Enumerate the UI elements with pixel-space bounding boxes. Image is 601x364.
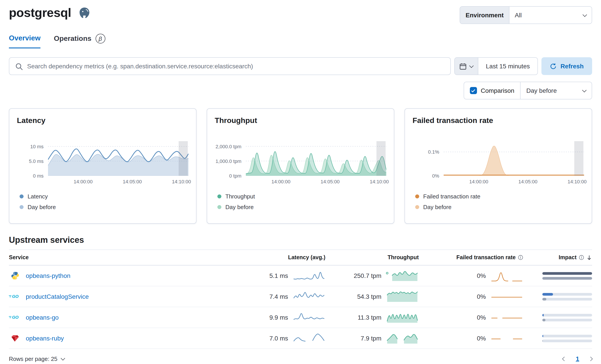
latency-sparkline: [292, 311, 325, 324]
legend-dot: [415, 194, 419, 198]
table-row-productcatalogservice: GO productCatalogService 7.4 ms 54.3 tpm…: [9, 286, 592, 307]
service-link[interactable]: opbeans-go: [26, 314, 59, 321]
y-axis-tick-label: 0 ms: [33, 173, 44, 178]
svg-text:GO: GO: [12, 294, 19, 299]
y-axis: 0.1%0%: [412, 141, 444, 176]
failed-rate-sparkline: [490, 290, 523, 303]
rows-per-page-button[interactable]: Rows per page: 25: [9, 355, 64, 362]
throughput-sparkline: [386, 269, 419, 282]
latency-value: 7.0 ms: [269, 335, 288, 342]
search-input[interactable]: [27, 63, 450, 70]
table-row-opbeans-go: GO opbeans-go 9.9 ms 11.3 tpm 0%: [9, 307, 592, 328]
latency-chart[interactable]: [48, 141, 189, 176]
failed-transaction-rate-chart[interactable]: [444, 141, 584, 176]
service-link[interactable]: opbeans-python: [26, 272, 70, 279]
date-picker-menu-button[interactable]: [455, 58, 478, 75]
legend-label: Day before: [225, 204, 254, 211]
legend-label: Throughput: [225, 193, 255, 200]
sort-desc-icon: [586, 255, 592, 260]
info-icon: [518, 255, 523, 260]
failed-rate-value: 0%: [477, 335, 486, 342]
service-link[interactable]: productCatalogService: [26, 293, 89, 300]
latency-sparkline: [292, 269, 325, 282]
latency-sparkline: [292, 290, 325, 303]
table-row-opbeans-python: opbeans-python 5.1 ms 250.7 tpm 0%: [9, 266, 592, 286]
latency-value: 7.4 ms: [269, 293, 288, 300]
refresh-button[interactable]: Refresh: [541, 57, 592, 75]
throughput-value: 250.7 tpm: [354, 272, 381, 279]
python-icon: [9, 271, 21, 280]
refresh-icon: [550, 63, 557, 69]
card-title: Failed transaction rate: [412, 116, 584, 125]
environment-filter: Environment All: [460, 6, 592, 24]
column-header-failed-transaction-rate[interactable]: Failed transaction rate: [419, 254, 523, 260]
y-axis: 10 ms5.0 ms0 ms: [17, 141, 48, 176]
tab-bar: Overview Operations β: [9, 34, 592, 48]
x-axis-tick-label: 14:10:00: [172, 179, 191, 184]
failed-rate-value: 0%: [477, 272, 486, 279]
comparison-checkbox[interactable]: Comparison: [464, 82, 521, 99]
service-link[interactable]: opbeans-ruby: [26, 335, 64, 342]
column-header-service[interactable]: Service: [9, 254, 237, 260]
environment-label: Environment: [460, 7, 510, 24]
latency-card: Latency 10 ms5.0 ms0 ms 14:00:0014:05:00…: [9, 108, 197, 224]
y-axis-tick-label: 0 tpm: [229, 173, 241, 178]
rows-per-page-label: Rows per page: 25: [9, 355, 57, 362]
page-title: postgresql: [9, 6, 71, 20]
failed-rate-sparkline: [490, 311, 523, 324]
chart-legend: Failed transaction rateDay before: [412, 193, 584, 211]
legend-label: Day before: [423, 204, 451, 211]
latency-sparkline: [292, 332, 325, 345]
throughput-value: 11.3 tpm: [358, 314, 381, 321]
x-axis: 14:00:0014:05:0014:10:00: [246, 177, 386, 185]
throughput-chart[interactable]: [246, 141, 386, 176]
comparison-toolbar: Comparison Day before: [9, 82, 592, 99]
y-axis-tick-label: 0%: [432, 173, 439, 178]
latency-value: 9.9 ms: [269, 314, 288, 321]
column-label: Failed transaction rate: [456, 254, 516, 260]
y-axis-tick-label: 1,000.0 tpm: [216, 158, 241, 164]
x-axis-tick-label: 14:10:00: [568, 179, 587, 184]
chevron-down-icon: [469, 63, 474, 68]
failed-rate-value: 0%: [477, 314, 486, 321]
x-axis-tick-label: 14:05:00: [321, 179, 340, 184]
column-header-impact[interactable]: Impact: [523, 254, 592, 260]
time-range-button[interactable]: Last 15 minutes: [478, 58, 537, 75]
beta-badge: β: [95, 34, 105, 44]
tab-overview[interactable]: Overview: [9, 34, 40, 48]
date-picker: Last 15 minutes: [454, 57, 538, 75]
y-axis-tick-label: 0.1%: [428, 149, 439, 154]
environment-select[interactable]: All: [510, 7, 592, 24]
impact-bar: [542, 272, 592, 279]
throughput-card: Throughput 2,000.0 tpm1,000.0 tpm0 tpm 1…: [207, 108, 394, 224]
legend-item-day-before[interactable]: Day before: [217, 204, 386, 211]
card-title: Latency: [17, 116, 189, 125]
ruby-icon: [9, 334, 21, 342]
upstream-services-section: Upstream services Service Latency (avg.)…: [9, 235, 592, 364]
tab-operations[interactable]: Operations β: [54, 34, 105, 48]
pagination-next-button[interactable]: [589, 357, 592, 360]
failed-transaction-rate-card: Failed transaction rate 0.1%0% 14:00:001…: [404, 108, 592, 224]
column-header-latency[interactable]: Latency (avg.): [237, 254, 325, 260]
x-axis-tick-label: 14:05:00: [518, 179, 537, 184]
legend-item-latency[interactable]: Latency: [20, 193, 189, 200]
x-axis-tick-label: 14:00:00: [469, 179, 488, 184]
failed-rate-value: 0%: [477, 293, 486, 300]
pagination-page-1[interactable]: 1: [576, 355, 579, 362]
x-axis-tick-label: 14:00:00: [271, 179, 290, 184]
legend-item-day-before[interactable]: Day before: [415, 204, 584, 211]
column-header-throughput[interactable]: Throughput: [325, 254, 419, 260]
legend-item-day-before[interactable]: Day before: [20, 204, 189, 211]
pagination-previous-button[interactable]: [563, 357, 566, 360]
calendar-icon: [460, 63, 466, 69]
comparison-select[interactable]: Day before: [521, 82, 592, 99]
chart-legend: LatencyDay before: [17, 193, 189, 211]
throughput-value: 7.9 tpm: [361, 335, 381, 342]
chevron-down-icon: [61, 356, 65, 360]
legend-item-failed-transaction-rate[interactable]: Failed transaction rate: [415, 193, 584, 200]
table-row-opbeans-ruby: opbeans-ruby 7.0 ms 7.9 tpm 0%: [9, 328, 592, 349]
search-bar: [9, 57, 451, 75]
postgresql-icon: [77, 6, 91, 20]
go-icon: GO: [9, 314, 21, 320]
legend-item-throughput[interactable]: Throughput: [217, 193, 386, 200]
